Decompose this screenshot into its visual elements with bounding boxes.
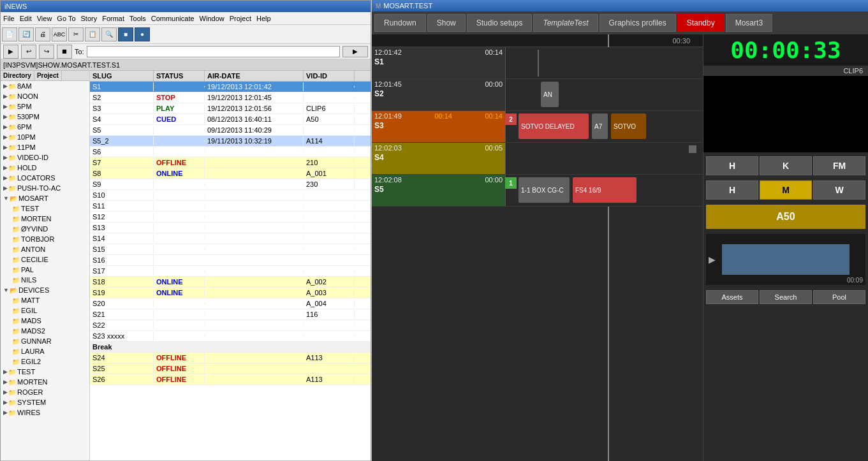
btn-h1[interactable]: H [706, 156, 758, 175]
tb-btn-7[interactable]: 🔍 [101, 27, 117, 41]
sidebar-item-locators[interactable]: ▶ 📁 LOCATORS [1, 173, 89, 183]
menu-project[interactable]: Project [230, 15, 251, 22]
tree-header-project[interactable]: Project [34, 71, 62, 80]
sidebar-item-oyvind[interactable]: 📁 ØYVIND [1, 224, 89, 234]
menu-file[interactable]: File [3, 15, 15, 22]
menu-edit[interactable]: Edit [20, 15, 32, 22]
btn-assets[interactable]: Assets [706, 290, 758, 304]
tab-graphics-profiles[interactable]: Graphics profiles [600, 14, 676, 32]
table-row[interactable]: S6 [90, 147, 371, 157]
table-row[interactable]: S12 [90, 212, 371, 223]
sidebar-item-noon[interactable]: ▶ 📁 NOON [1, 91, 89, 101]
btn-k[interactable]: K [760, 156, 812, 175]
sidebar-item-morten2[interactable]: ▶ 📁 MORTEN [1, 377, 89, 387]
col-header-vidid[interactable]: VID-ID [304, 71, 355, 81]
table-row[interactable]: S20 A_004 [90, 298, 371, 309]
col-header-status[interactable]: STATUS [154, 71, 205, 81]
sidebar-item-nils[interactable]: 📁 NILS [1, 275, 89, 285]
tb-btn-1[interactable]: 📄 [2, 27, 17, 41]
btn-fm[interactable]: FM [813, 156, 865, 175]
sidebar-item-morten[interactable]: 📁 MORTEN [1, 214, 89, 224]
tab-mosart3[interactable]: Mosart3 [726, 14, 772, 32]
tl-row-s3[interactable]: 12:01:49 00:14 00:14 S3 2 SOTVO DELAYED … [372, 111, 703, 143]
sidebar-item-5pm[interactable]: ▶ 📁 5PM [1, 101, 89, 112]
table-row[interactable]: S8 ONLINE A_001 [90, 168, 371, 179]
sidebar-item-530pm[interactable]: ▶ 📁 530PM [1, 112, 89, 122]
sidebar-item-10pm[interactable]: ▶ 📁 10PM [1, 132, 89, 142]
table-row[interactable]: S7 OFFLINE 210 [90, 157, 371, 168]
tree-header-directory[interactable]: Directory [1, 71, 34, 80]
menu-tools[interactable]: Tools [129, 15, 146, 22]
tb-btn-2[interactable]: 🔄 [18, 27, 34, 41]
tab-show[interactable]: Show [427, 14, 466, 32]
sidebar-item-mosart[interactable]: ▼ 📂 MOSART [1, 193, 89, 203]
menu-format[interactable]: Format [102, 15, 124, 22]
menu-communicate[interactable]: Communicate [151, 15, 195, 22]
table-row[interactable]: S3 PLAY 19/12/2013 12:01:56 CLIP6 [90, 103, 371, 114]
menu-help[interactable]: Help [256, 15, 271, 22]
sidebar-item-wires[interactable]: ▶ 📁 WIRES [1, 407, 89, 418]
table-row[interactable]: S26 OFFLINE A113 [90, 374, 371, 385]
table-row[interactable]: S2 STOP 19/12/2013 12:01:45 [90, 92, 371, 103]
tb-stop[interactable]: ⏹ [57, 45, 72, 59]
tab-standby[interactable]: Standby [677, 14, 725, 32]
btn-m[interactable]: M [760, 180, 812, 200]
tl-row-s4[interactable]: 12:02:03 00:05 S4 [372, 143, 703, 175]
sidebar-item-test2[interactable]: ▶ 📁 TEST [1, 367, 89, 377]
sidebar-item-system[interactable]: ▶ 📁 SYSTEM [1, 397, 89, 407]
sidebar-item-matt[interactable]: 📁 MATT [1, 295, 89, 305]
tab-studio-setups[interactable]: Studio setups [467, 14, 533, 32]
tl-row-s1[interactable]: 12:01:42 00:14 S1 [372, 47, 703, 79]
sidebar-item-devices[interactable]: ▼ 📂 DEVICES [1, 285, 89, 295]
table-row[interactable]: S15 [90, 244, 371, 255]
sidebar-item-anton[interactable]: 📁 ANTON [1, 244, 89, 254]
menu-story[interactable]: Story [81, 15, 98, 22]
sidebar-item-roger[interactable]: ▶ 📁 ROGER [1, 387, 89, 397]
sidebar-item-test[interactable]: 📁 TEST [1, 203, 89, 214]
table-row[interactable]: S4 CUED 08/12/2013 16:40:11 A50 [90, 114, 371, 125]
btn-w[interactable]: W [813, 180, 865, 200]
menu-goto[interactable]: Go To [57, 15, 75, 22]
sidebar-item-cecilie[interactable]: 📁 CECILIE [1, 254, 89, 265]
send-button[interactable]: ▶ [342, 46, 368, 57]
tb-btn-5[interactable]: ✂ [68, 27, 84, 41]
table-row[interactable]: S18 ONLINE A_002 [90, 277, 371, 288]
sidebar-item-mads[interactable]: 📁 MADS [1, 316, 89, 326]
table-row[interactable]: S14 [90, 233, 371, 244]
tb-play[interactable]: ▶ [3, 45, 18, 59]
table-row[interactable]: S17 [90, 266, 371, 277]
menu-view[interactable]: View [37, 15, 52, 22]
sidebar-item-11pm[interactable]: ▶ 📁 11PM [1, 142, 89, 152]
table-row[interactable]: S22 [90, 320, 371, 331]
col-header-airdate[interactable]: AIR-DATE [205, 71, 304, 81]
sidebar-item-video-id[interactable]: ▶ 📁 VIDEO-ID [1, 152, 89, 163]
tb-btn-6[interactable]: 📋 [85, 27, 100, 41]
tl-row-s2[interactable]: 12:01:45 00:00 S2 AN [372, 79, 703, 111]
col-header-slug[interactable]: SLUG [90, 71, 154, 81]
table-row-break[interactable]: Break [90, 342, 371, 353]
sidebar-item-8am[interactable]: ▶ 📁 8AM [1, 81, 89, 91]
table-row[interactable]: S21 116 [90, 309, 371, 320]
tb-back[interactable]: ↩ [21, 45, 36, 59]
sidebar-item-egil[interactable]: 📁 EGIL [1, 305, 89, 316]
sidebar-item-push-to-ac[interactable]: ▶ 📁 PUSH-TO-AC [1, 183, 89, 193]
sidebar-item-egil2[interactable]: 📁 EGIL2 [1, 356, 89, 367]
table-row[interactable]: S24 OFFLINE A113 [90, 353, 371, 363]
table-row[interactable]: S16 [90, 255, 371, 266]
table-row[interactable]: S5 09/12/2013 11:40:29 [90, 125, 371, 136]
btn-search[interactable]: Search [760, 290, 812, 304]
sidebar-item-laura[interactable]: 📁 LAURA [1, 346, 89, 356]
btn-h2[interactable]: H [706, 180, 758, 200]
sidebar-item-mads2[interactable]: 📁 MADS2 [1, 326, 89, 336]
tab-template-test[interactable]: TemplateTest [533, 14, 598, 32]
sidebar-item-gunnar[interactable]: 📁 GUNNAR [1, 336, 89, 346]
table-row[interactable]: S5_2 19/11/2013 10:32:19 A114 [90, 136, 371, 147]
menu-window[interactable]: Window [200, 15, 224, 22]
sidebar-item-hold[interactable]: ▶ 📁 HOLD [1, 163, 89, 173]
sidebar-item-pal[interactable]: 📁 PAL [1, 265, 89, 275]
sidebar-item-torbjor[interactable]: 📁 TORBJOR [1, 234, 89, 244]
tl-row-s5[interactable]: 12:02:08 00:00 S5 1 1-1 BOX CG-C FS4 16/… [372, 175, 703, 207]
btn-pool[interactable]: Pool [813, 290, 865, 304]
tb-btn-3[interactable]: 🖨 [35, 27, 50, 41]
table-row[interactable]: S23 xxxxx [90, 331, 371, 342]
